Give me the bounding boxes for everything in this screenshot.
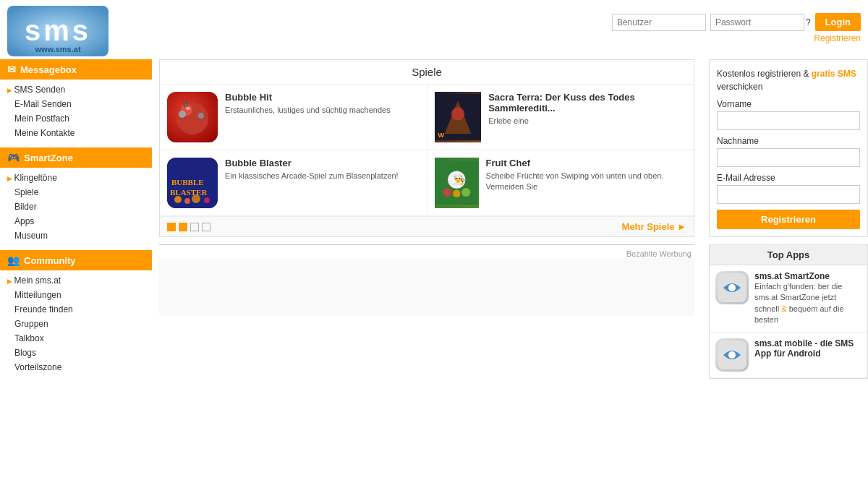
top-apps-section: Top Apps sms.at SmartZone Einfach g'fund… [709,244,868,379]
sidebar-item-email-senden[interactable]: E-Mail Senden [0,97,152,111]
smartzone-items: Klingeltöne Spiele Bilder Apps Museum [0,168,152,246]
sidebar-section-messagebox: ✉ Messagebox SMS Senden E-Mail Senden Me… [0,59,152,143]
main-layout: ✉ Messagebox SMS Senden E-Mail Senden Me… [0,59,868,382]
sidebar-section-community: 👥 Community Mein sms.at Mitteilungen Fre… [0,250,152,377]
sidebar-item-klingeltoene[interactable]: Klingeltöne [0,171,152,185]
page-dot-2[interactable] [179,223,187,231]
sidebar-item-gruppen[interactable]: Gruppen [0,317,152,331]
game-item-bubble-blaster[interactable]: BUBBLEBLASTER Bubble Blaster Ein klassis… [160,150,427,216]
svg-text:W: W [438,132,445,139]
password-wrapper: ? [710,14,811,31]
top-apps-title: Top Apps [710,245,867,265]
page-header: sms www.sms.at ? Login Registrieren [0,0,868,59]
svg-point-7 [198,113,204,119]
right-column: Kostenlos registrieren & gratis SMS vers… [702,59,868,382]
svg-point-26 [461,188,470,197]
reg-text: Kostenlos registrieren & gratis SMS vers… [717,67,860,93]
game-title-fruit-chef: Fruit Chef [486,158,686,168]
register-button[interactable]: Registrieren [717,210,860,229]
mehr-spiele-label: Mehr Spiele [622,221,675,232]
password-input[interactable] [710,14,804,31]
game-desc-bubble-hit: Erstaunliches, lustiges und süchtig mach… [225,105,391,116]
reg-gratis-sms: gratis SMS [812,69,856,79]
sidebar-item-apps[interactable]: Apps [0,214,152,228]
game-item-fruit-chef[interactable]: 👨‍🍳 Fruit Chef Scheibe Früchte von Swipi… [427,150,694,216]
login-area: ? Login Registrieren [612,13,861,43]
sidebar-item-bilder[interactable]: Bilder [0,200,152,214]
games-title: Spiele [160,60,694,85]
game-desc-fruit-chef: Scheibe Früchte von Swiping von unten un… [486,171,686,193]
svg-point-20 [204,197,210,203]
sidebar-item-vorteilszone[interactable]: Vorteilszone [0,360,152,374]
reg-text-3: verschicken [717,82,762,92]
svg-point-3 [176,103,208,134]
sidebar-item-blogs[interactable]: Blogs [0,346,152,360]
sidebar-item-meine-kontakte[interactable]: Meine Kontakte [0,126,152,140]
email-input[interactable] [717,185,860,204]
page-dot-1[interactable] [167,223,176,231]
password-help-icon[interactable]: ? [806,17,811,27]
svg-point-24 [443,188,451,197]
game-info-bubble-blaster: Bubble Blaster Ein klassisches Arcade-Sp… [225,158,399,181]
svg-point-28 [728,284,736,291]
svg-text:👨‍🍳: 👨‍🍳 [453,174,466,186]
smartzone-icon: 🎮 [7,152,20,163]
smartzone-title: SmartZone [24,153,73,163]
sidebar-item-mitteilungen[interactable]: Mitteilungen [0,288,152,302]
svg-text:BUBBLE: BUBBLE [171,178,204,187]
nachname-input[interactable] [717,148,860,167]
page-dot-4[interactable] [202,223,210,231]
vorname-label: Vorname [717,99,860,109]
email-label: E-Mail Adresse [717,173,860,183]
svg-point-12 [451,107,464,120]
sidebar-item-spiele[interactable]: Spiele [0,185,152,200]
page-dots [167,223,210,231]
logo-area: sms www.sms.at [7,6,109,56]
game-title-bubble-blaster: Bubble Blaster [225,158,399,168]
community-icon: 👥 [7,254,20,266]
username-input[interactable] [612,14,706,31]
app-info-mobile: sms.at mobile - die SMS App für Android [754,338,861,359]
svg-text:sms: sms [25,14,91,46]
ad-label: Bezahlte Werbung [159,249,694,258]
svg-line-9 [187,100,187,106]
messagebox-items: SMS Senden E-Mail Senden Mein Postfach M… [0,80,152,143]
sidebar-item-talkbox[interactable]: Talkbox [0,331,152,346]
games-section: Spiele Bubble Hit Erstaunliches, lustige… [159,59,694,237]
app-item-smartzone[interactable]: sms.at SmartZone Einfach g'funden: ber d… [710,265,867,333]
svg-point-17 [174,196,182,203]
game-desc-sacra-terra: Erlebe eine [488,116,686,127]
ad-content [159,258,694,316]
mehr-spiele-link[interactable]: Mehr Spiele ► [622,221,686,232]
sidebar: ✉ Messagebox SMS Senden E-Mail Senden Me… [0,59,152,382]
games-grid: Bubble Hit Erstaunliches, lustiges und s… [160,85,694,216]
game-thumb-fruit-chef: 👨‍🍳 [435,158,479,208]
sidebar-item-sms-senden[interactable]: SMS Senden [0,82,152,97]
app-item-mobile[interactable]: sms.at mobile - die SMS App für Android [710,333,867,378]
sidebar-item-mein-postfach[interactable]: Mein Postfach [0,111,152,126]
app-icon-smartzone [715,271,749,304]
messagebox-header[interactable]: ✉ Messagebox [0,59,152,80]
game-item-bubble-hit[interactable]: Bubble Hit Erstaunliches, lustiges und s… [160,85,427,150]
games-footer: Mehr Spiele ► [160,216,694,236]
game-info-sacra-terra: Sacra Terra: Der Kuss des Todes Sammlere… [488,92,686,127]
app-icon-mobile [715,338,749,372]
community-header[interactable]: 👥 Community [0,250,152,270]
sidebar-item-freunde-finden[interactable]: Freunde finden [0,302,152,317]
svg-point-6 [179,111,186,118]
smartzone-header[interactable]: 🎮 SmartZone [0,147,152,168]
login-button[interactable]: Login [815,13,861,31]
nachname-label: Nachname [717,136,860,146]
sidebar-item-museum[interactable]: Museum [0,228,152,243]
page-dot-3[interactable] [190,223,199,231]
vorname-input[interactable] [717,111,860,130]
game-info-fruit-chef: Fruit Chef Scheibe Früchte von Swiping v… [486,158,686,193]
sidebar-section-smartzone: 🎮 SmartZone Klingeltöne Spiele Bilder Ap… [0,147,152,246]
app-desc-smartzone: Einfach g'funden: ber die sms.at SmartZo… [754,281,861,326]
community-items: Mein sms.at Mitteilungen Freunde finden … [0,270,152,377]
game-item-sacra-terra[interactable]: W Sacra Terra: Der Kuss des Todes Sammle… [427,85,694,150]
sidebar-item-mein-sms[interactable]: Mein sms.at [0,273,152,288]
ad-area: Bezahlte Werbung [159,244,694,320]
svg-point-25 [453,190,460,197]
register-link[interactable]: Registrieren [814,33,861,43]
